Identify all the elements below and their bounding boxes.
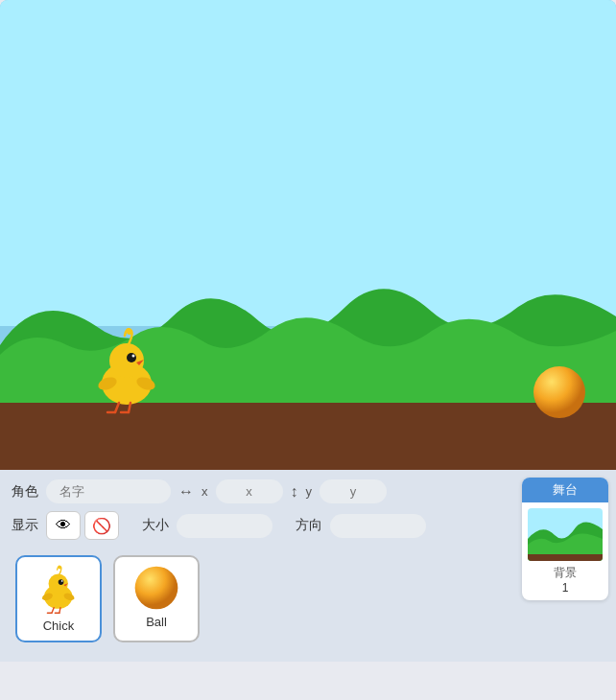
direction-label: 方向 [296,517,322,534]
stage-thumbnail [528,508,603,561]
size-label: 大小 [142,517,169,534]
name-input[interactable] [46,479,171,503]
svg-line-19 [52,608,54,614]
controls-panel: 角色 ↔ x ↕ y 显示 👁 🚫 大小 方向 [0,470,616,662]
y-icon: ↕ [291,483,298,501]
svg-point-23 [135,567,178,610]
role-row: 角色 ↔ x ↕ y [12,479,499,503]
chick-sprite [86,328,168,414]
show-button[interactable]: 👁 [46,511,81,540]
x-input[interactable] [216,479,283,503]
svg-line-7 [115,403,119,412]
stage-canvas [0,0,616,470]
stage-side-panel: 舞台 背景 1 [499,479,604,650]
role-label: 角色 [12,483,38,501]
ball-thumbnail[interactable]: Ball [113,555,200,642]
svg-point-2 [127,329,132,335]
size-input[interactable] [177,514,272,538]
chick-label: Chick [43,618,75,633]
svg-rect-25 [528,554,603,561]
show-label: 显示 [12,517,38,534]
x-label: x [201,484,208,499]
ball-thumb-icon [133,565,179,611]
svg-point-1 [109,343,144,378]
y-input[interactable] [320,479,387,503]
svg-point-4 [132,355,135,358]
display-row: 显示 👁 🚫 大小 方向 [12,511,499,540]
svg-point-15 [59,579,64,585]
hide-button[interactable]: 🚫 [84,511,119,540]
stage-title: 舞台 [553,482,578,497]
ball-label: Ball [146,615,167,629]
visibility-buttons: 👁 🚫 [46,511,119,540]
sprites-area: Chick Ball [12,548,499,650]
svg-point-16 [61,580,63,582]
background-label: 背景 [528,565,603,581]
y-label: y [306,484,313,499]
chick-thumb-icon [36,565,82,615]
svg-point-3 [127,353,136,362]
background-number: 1 [528,581,603,595]
chick-thumbnail[interactable]: Chick [15,555,102,642]
x-icon: ↔ [178,483,194,501]
stage-panel-header: 舞台 [522,478,608,502]
stage-panel[interactable]: 舞台 背景 1 [522,478,608,600]
direction-input[interactable] [330,514,426,538]
svg-point-11 [533,366,585,418]
ball-sprite [532,364,587,420]
svg-point-13 [49,574,68,594]
svg-point-14 [59,566,61,569]
